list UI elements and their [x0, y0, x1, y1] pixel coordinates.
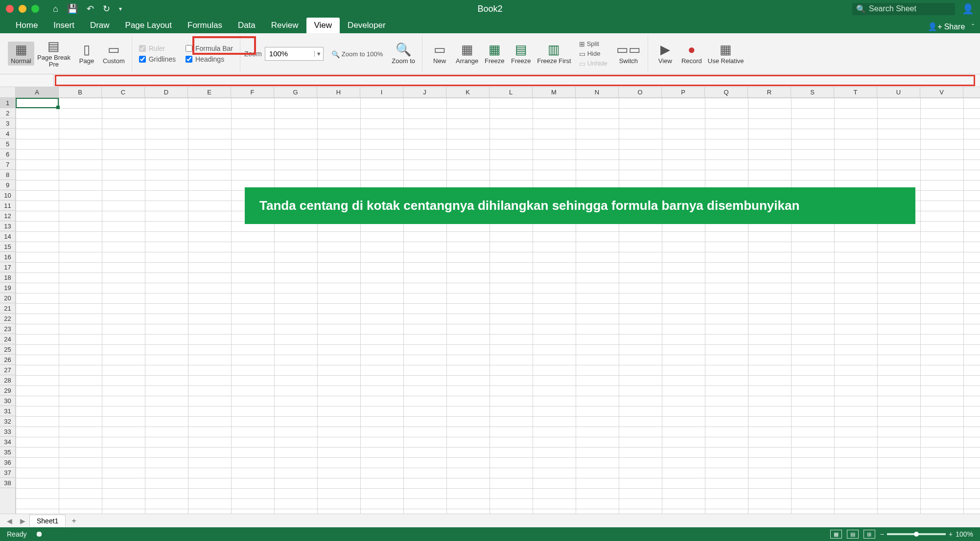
search-sheet-box[interactable]: 🔍 — [852, 3, 955, 15]
tab-draw[interactable]: Draw — [82, 18, 117, 33]
zoom-in-button[interactable]: + — [949, 530, 953, 538]
col-header[interactable]: M — [533, 87, 576, 97]
use-relative-button[interactable]: ▦ Use Relative — [705, 42, 747, 66]
row-header[interactable]: 5 — [0, 139, 15, 149]
col-header[interactable]: S — [791, 87, 834, 97]
view-normal-icon[interactable]: ▦ — [830, 530, 842, 539]
row-header[interactable]: 1 — [0, 98, 15, 108]
save-icon[interactable]: 💾 — [67, 3, 78, 14]
close-window-button[interactable] — [6, 5, 14, 13]
switch-windows-button[interactable]: ▭▭ Switch — [613, 42, 644, 66]
col-header[interactable]: R — [748, 87, 791, 97]
page-break-preview-button[interactable]: ▤ Page Break Pre — [34, 38, 73, 69]
minimize-window-button[interactable] — [19, 5, 26, 13]
row-header[interactable]: 32 — [0, 416, 15, 427]
tab-insert[interactable]: Insert — [46, 18, 82, 33]
row-header[interactable]: 6 — [0, 149, 15, 159]
row-header[interactable]: 22 — [0, 314, 15, 324]
tab-data[interactable]: Data — [230, 18, 263, 33]
row-header[interactable]: 16 — [0, 252, 15, 262]
freeze-top-row-button[interactable]: ▤ Freeze — [508, 42, 534, 66]
tab-view[interactable]: View — [306, 18, 340, 33]
col-header[interactable]: O — [619, 87, 662, 97]
sheet-tab[interactable]: Sheet1 — [29, 515, 66, 527]
zoom-level[interactable]: 100% — [956, 530, 973, 538]
row-header[interactable]: 2 — [0, 108, 15, 118]
col-header[interactable]: J — [403, 87, 446, 97]
col-header[interactable]: V — [920, 87, 963, 97]
col-header[interactable]: N — [576, 87, 619, 97]
view-page-break-icon[interactable]: ⊞ — [863, 530, 875, 539]
normal-view-button[interactable]: ▦ Normal — [8, 42, 34, 66]
row-header[interactable]: 37 — [0, 468, 15, 478]
tab-review[interactable]: Review — [263, 18, 306, 33]
row-header[interactable]: 12 — [0, 211, 15, 221]
col-header[interactable]: L — [490, 87, 533, 97]
formula-bar-checkbox[interactable]: Formula Bar — [183, 44, 236, 53]
tab-developer[interactable]: Developer — [340, 18, 394, 33]
headings-checkbox[interactable]: Headings — [183, 54, 236, 64]
active-cell[interactable] — [16, 98, 59, 108]
search-input[interactable] — [869, 4, 951, 13]
row-header[interactable]: 24 — [0, 334, 15, 344]
row-header[interactable]: 18 — [0, 272, 15, 283]
customize-qat-icon[interactable]: ▾ — [119, 5, 122, 12]
zoom-out-button[interactable]: − — [880, 530, 884, 538]
col-header[interactable]: K — [446, 87, 490, 97]
row-header[interactable]: 14 — [0, 231, 15, 242]
row-header[interactable]: 20 — [0, 293, 15, 303]
row-header[interactable]: 13 — [0, 221, 15, 231]
row-header[interactable]: 31 — [0, 406, 15, 416]
zoom-combobox[interactable]: 100% ▼ — [265, 47, 324, 61]
arrange-all-button[interactable]: ▦ Arrange — [453, 42, 481, 66]
sheet-nav-next[interactable]: ▶ — [16, 517, 29, 525]
row-header[interactable]: 3 — [0, 118, 15, 129]
row-header[interactable]: 26 — [0, 355, 15, 365]
split-button[interactable]: ⊞Split — [577, 40, 609, 48]
macro-record-icon[interactable]: ⏺ — [35, 530, 43, 539]
row-header[interactable]: 17 — [0, 262, 15, 272]
row-header[interactable]: 35 — [0, 447, 15, 457]
freeze-first-col-button[interactable]: ▥ Freeze First — [534, 42, 574, 66]
home-icon[interactable]: ⌂ — [53, 4, 58, 14]
zoom-to-selection-button[interactable]: 🔍 Zoom to — [389, 42, 418, 66]
record-macro-button[interactable]: ● Record — [678, 42, 705, 66]
col-header[interactable]: I — [360, 87, 403, 97]
row-header[interactable]: 30 — [0, 396, 15, 406]
col-header[interactable]: Q — [705, 87, 748, 97]
custom-views-button[interactable]: ▭ Custom — [100, 42, 128, 66]
user-account-icon[interactable]: 👤 — [962, 3, 974, 15]
row-header[interactable]: 34 — [0, 437, 15, 447]
row-header[interactable]: 27 — [0, 365, 15, 375]
col-header[interactable]: A — [16, 87, 59, 97]
tab-formulas[interactable]: Formulas — [180, 18, 230, 33]
col-header[interactable]: H — [317, 87, 360, 97]
row-header[interactable]: 9 — [0, 180, 15, 190]
row-header[interactable]: 38 — [0, 478, 15, 488]
unhide-button[interactable]: ▭Unhide — [577, 59, 609, 68]
col-header[interactable]: F — [231, 87, 274, 97]
share-button[interactable]: 👤+ Share — [928, 22, 965, 31]
page-layout-button[interactable]: ▯ Page — [73, 42, 100, 66]
col-header[interactable]: D — [145, 87, 188, 97]
row-header[interactable]: 19 — [0, 283, 15, 293]
new-window-button[interactable]: ▭ New — [426, 42, 453, 66]
chevron-down-icon[interactable]: ▼ — [314, 51, 323, 57]
view-macros-button[interactable]: ▶ View — [652, 42, 678, 66]
name-box[interactable] — [0, 74, 54, 87]
row-header[interactable]: 36 — [0, 457, 15, 468]
col-header[interactable]: P — [662, 87, 705, 97]
row-header[interactable]: 28 — [0, 375, 15, 385]
col-header[interactable]: E — [188, 87, 231, 97]
col-header[interactable]: B — [59, 87, 102, 97]
collapse-ribbon-button[interactable]: ˆ — [972, 23, 974, 31]
sheet-nav-prev[interactable]: ◀ — [3, 517, 16, 525]
add-sheet-button[interactable]: + — [66, 515, 82, 527]
row-header[interactable]: 10 — [0, 190, 15, 201]
row-header[interactable]: 23 — [0, 324, 15, 334]
freeze-panes-button[interactable]: ▦ Freeze — [481, 42, 508, 66]
fill-handle[interactable] — [56, 106, 60, 109]
col-header[interactable]: T — [834, 87, 877, 97]
gridlines-checkbox[interactable]: Gridlines — [136, 54, 179, 64]
maximize-window-button[interactable] — [31, 5, 39, 13]
